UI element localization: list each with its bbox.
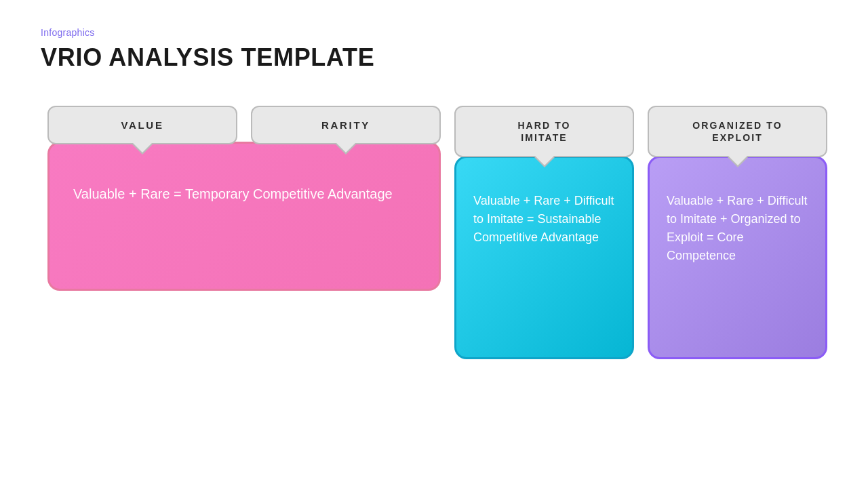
organized-tab: ORGANIZED TO EXPLOIT [648,106,827,157]
hard-to-imitate-tab-label-line2: IMITATE [521,132,568,143]
page-title: VRIO ANALYSIS TEMPLATE [41,43,827,72]
rarity-tab-label: RARITY [321,119,370,131]
hard-to-imitate-tab-label-line1: HARD TO [517,120,570,131]
cyan-card-text: Valuable + Rare + Difficult to Imitate =… [473,192,615,247]
organized-tab-label-line1: ORGANIZED TO [692,120,782,131]
left-section: VALUE RARITY Valuable + Rare = Temporary… [47,106,441,291]
rarity-tab: RARITY [251,106,441,144]
pink-card-text: Valuable + Rare = Temporary Competitive … [73,184,393,203]
dual-tabs: VALUE RARITY [47,106,441,144]
diagram-area: VALUE RARITY Valuable + Rare = Temporary… [41,106,827,359]
cyan-card: Valuable + Rare + Difficult to Imitate =… [454,156,634,359]
hard-to-imitate-tab: HARD TO IMITATE [454,106,634,157]
organized-wrapper: ORGANIZED TO EXPLOIT Valuable + Rare + D… [648,106,827,359]
value-tab-label: VALUE [121,119,163,131]
purple-card: Valuable + Rare + Difficult to Imitate +… [648,156,827,359]
right-cards: HARD TO IMITATE Valuable + Rare + Diffic… [454,106,827,359]
pink-card: Valuable + Rare = Temporary Competitive … [47,142,441,291]
subtitle-label: Infographics [41,27,827,38]
value-tab: VALUE [47,106,237,144]
page: Infographics VRIO ANALYSIS TEMPLATE VALU… [0,0,868,488]
hard-to-imitate-wrapper: HARD TO IMITATE Valuable + Rare + Diffic… [454,106,634,359]
purple-card-text: Valuable + Rare + Difficult to Imitate +… [667,192,808,265]
header: Infographics VRIO ANALYSIS TEMPLATE [41,27,827,72]
organized-tab-label-line2: EXPLOIT [712,132,763,143]
